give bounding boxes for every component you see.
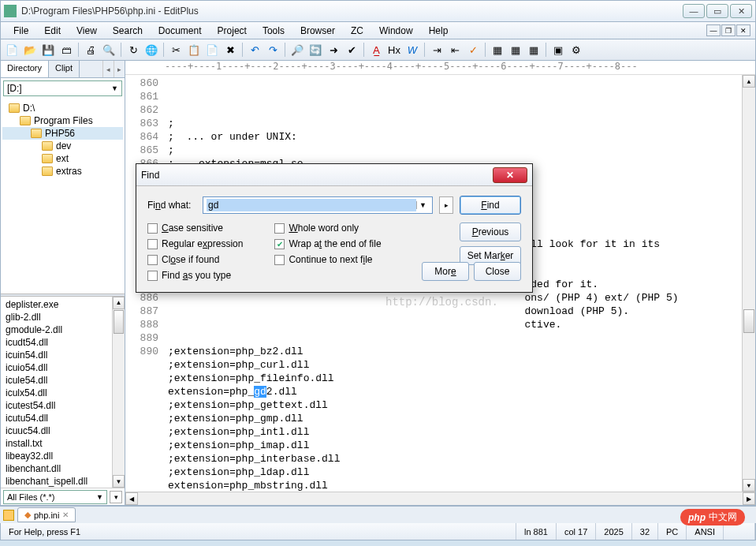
menu-document[interactable]: Document [151,24,210,38]
goto-icon[interactable]: ➜ [326,42,341,58]
maximize-button[interactable]: ▭ [706,4,728,18]
scroll-left-icon[interactable]: ◀ [125,492,138,505]
more-button[interactable]: More [422,262,469,281]
mdi-close[interactable]: ✕ [736,24,750,36]
dialog-titlebar[interactable]: Find ✕ [136,164,532,186]
paste-icon[interactable]: 📄 [204,42,220,58]
print-icon[interactable]: 🖨 [83,42,99,58]
file-item[interactable]: icuuc54.dll [2,424,123,437]
opt-whole-word[interactable]: Whole word only [274,223,381,234]
menu-window[interactable]: Window [371,24,421,38]
font-icon[interactable]: A̲ [368,42,384,58]
find-what-combo[interactable]: ▼ [203,196,433,214]
terminal-icon[interactable]: ▣ [550,42,566,58]
reload-icon[interactable]: ↻ [125,42,141,58]
find-history-button[interactable]: ▸ [439,196,453,214]
file-list[interactable]: deplister.exeglib-2.dllgmodule-2.dllicud… [1,297,125,488]
doc-tab-phpini[interactable]: ◆ php.ini ✕ [17,507,76,522]
scroll-down-icon[interactable]: ▼ [113,475,125,488]
filelist-scrollbar[interactable]: ▲ ▼ [112,297,125,488]
tree-item[interactable]: dev [2,140,123,152]
scroll-up-icon[interactable]: ▲ [743,75,755,88]
file-item[interactable]: icuio54.dll [2,361,123,374]
tab-directory[interactable]: Directory [1,61,49,77]
delete-icon[interactable]: ✖ [222,42,238,58]
menu-view[interactable]: View [69,24,105,38]
tab-scroll-left[interactable]: ◂ [102,61,114,77]
chevron-down-icon[interactable]: ▼ [416,201,429,209]
save-icon[interactable]: 💾 [40,42,56,58]
file-item[interactable]: icutu54.dll [2,412,123,424]
folder-tree[interactable]: D:\Program FilesPHP56devextextras [1,99,125,294]
dialog-close-button[interactable]: ✕ [493,167,527,183]
opt-close-if-found[interactable]: Close if found [147,254,243,265]
scroll-down-icon[interactable]: ▼ [743,479,755,492]
explorer-icon[interactable] [3,510,14,521]
tree-item[interactable]: ext [2,152,123,165]
cut-icon[interactable]: ✂ [168,42,184,58]
tree-item[interactable]: Program Files [2,114,123,127]
menu-browser[interactable]: Browser [292,24,343,38]
file-item[interactable]: gmodule-2.dll [2,323,123,336]
opt-wrap[interactable]: ✔Wrap at the end of file [274,238,381,249]
opt-continue[interactable]: Continue to next file [274,254,381,265]
file-item[interactable]: deplister.exe [2,298,123,311]
opt-regex[interactable]: Regular expression [147,238,243,249]
tab-cliptext[interactable]: Clipt [49,61,80,77]
file-item[interactable]: libenchant_ispell.dll [2,475,123,488]
mdi-restore[interactable]: ❐ [721,24,736,36]
file-item[interactable]: icudt54.dll [2,336,123,349]
file-item[interactable]: libenchant_myspell.d [2,488,123,488]
file-item[interactable]: iculx54.dll [2,387,123,399]
file-filter[interactable]: All Files (*.*) ▼ [3,490,107,504]
wrap-icon[interactable]: W [404,42,420,58]
copy-icon[interactable]: 📋 [186,42,202,58]
menu-tools[interactable]: Tools [255,24,292,38]
scroll-right-icon[interactable]: ▶ [743,492,755,505]
tree-item[interactable]: extras [2,165,123,178]
replace-icon[interactable]: 🔄 [307,42,323,58]
browser-icon[interactable]: 🌐 [143,42,159,58]
find-button[interactable]: Find [460,196,521,215]
open-icon[interactable]: 📂 [22,42,38,58]
save-all-icon[interactable]: 🗃 [58,42,74,58]
file-item[interactable]: install.txt [2,437,123,450]
tab-scroll-right[interactable]: ▸ [114,61,125,77]
menu-file[interactable]: File [6,24,36,38]
redo-icon[interactable]: ↷ [265,42,281,58]
menu-zc[interactable]: ZC [343,24,371,38]
file-item[interactable]: glib-2.dll [2,311,123,323]
menu-help[interactable]: Help [421,24,456,38]
file-item[interactable]: icutest54.dll [2,399,123,412]
outdent-icon[interactable]: ⇤ [447,42,463,58]
close-button[interactable]: ✕ [730,4,752,18]
menu-edit[interactable]: Edit [36,24,69,38]
minimize-button[interactable]: — [683,4,705,18]
new-file-icon[interactable]: 📄 [4,42,20,58]
panel3-icon[interactable]: ▦ [526,42,542,58]
file-item[interactable]: icule54.dll [2,374,123,387]
drive-selector[interactable]: [D:] ▼ [3,80,122,96]
preview-icon[interactable]: 🔍 [101,42,117,58]
mdi-minimize[interactable]: — [706,24,721,36]
undo-icon[interactable]: ↶ [247,42,263,58]
editor-vscrollbar[interactable]: ▲ ▼ [742,75,755,492]
panel1-icon[interactable]: ▦ [490,42,505,58]
settings-icon[interactable]: ⚙ [568,42,584,58]
find-icon[interactable]: 🔎 [289,42,305,58]
scroll-thumb[interactable] [114,310,124,334]
file-item[interactable]: libeay32.dll [2,450,123,462]
tree-item[interactable]: D:\ [2,102,123,114]
previous-button[interactable]: Previous [460,223,521,241]
menu-project[interactable]: Project [210,24,255,38]
opt-find-as-type[interactable]: Find as you type [147,270,243,281]
spell-icon[interactable]: ✔ [344,42,359,58]
hex-icon[interactable]: Hx [386,42,402,58]
close-button[interactable]: Close [474,262,521,281]
indent-icon[interactable]: ⇥ [429,42,445,58]
opt-case-sensitive[interactable]: Case sensitive [147,223,243,234]
close-icon[interactable]: ✕ [62,510,69,519]
filter-menu-button[interactable]: ▾ [110,491,122,503]
file-item[interactable]: libenchant.dll [2,462,123,475]
file-item[interactable]: icuin54.dll [2,349,123,361]
